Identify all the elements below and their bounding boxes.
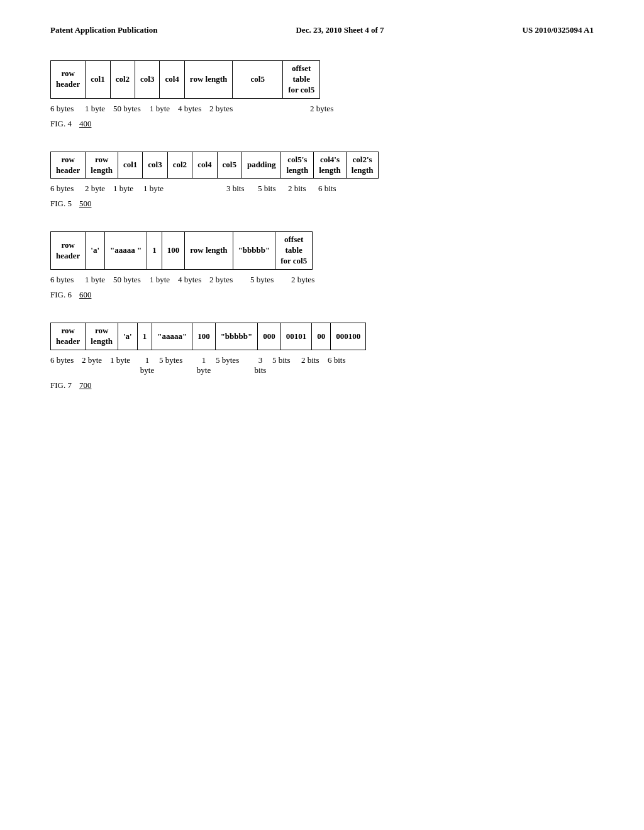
fig7-bytes-6: 5 bytes: [216, 355, 248, 365]
header-left: Patent Application Publication: [50, 25, 157, 35]
fig5-bytes-8: 5 bits: [258, 184, 288, 194]
fig4-col-col3: col3: [135, 61, 160, 99]
fig4-bytes-5: 2 bytes: [209, 104, 260, 114]
fig7-col-00101: 00101: [280, 323, 312, 350]
fig7-bytes-9: 2 bits: [301, 355, 328, 365]
fig6-section: rowheader 'a' "aaaaa " 1 100 row length …: [50, 231, 594, 300]
fig7-bytes-0: 6 bytes: [50, 355, 82, 365]
fig5-col-padding: padding: [242, 152, 281, 179]
fig7-col-row-header: rowheader: [51, 323, 86, 350]
fig6-col-bbbbb: "bbbbb": [233, 232, 275, 270]
fig4-section: rowheader col1 col2 col3 col4 row length…: [50, 60, 594, 129]
fig7-bytes-8: 5 bits: [272, 355, 301, 365]
fig6-col-1: 1: [147, 232, 162, 270]
fig5-bytes-3: 1 byte: [143, 184, 170, 194]
fig4-bytes-4: 4 bytes: [178, 104, 209, 114]
fig7-bytes-7: 3bits: [248, 355, 272, 375]
header-right: US 2010/0325094 A1: [523, 25, 594, 35]
fig5-bytes-2: 1 byte: [113, 184, 143, 194]
fig5-bytes-0: 6 bytes: [50, 184, 85, 194]
fig4-col-row-header: rowheader: [51, 61, 86, 99]
fig4-col-col2: col2: [110, 61, 135, 99]
fig4-col-row-length: row length: [184, 61, 232, 99]
fig7-section: rowheader rowlength 'a' 1 "aaaaa" 100 "b…: [50, 323, 594, 390]
fig7-col-row-length: rowlength: [86, 323, 118, 350]
fig5-col-row-header: rowheader: [51, 152, 86, 179]
fig5-col-col5: col5: [217, 152, 242, 179]
fig6-col-100: 100: [162, 232, 185, 270]
header-center: Dec. 23, 2010 Sheet 4 of 7: [296, 25, 384, 35]
fig7-bytes-2: 1 byte: [110, 355, 135, 365]
fig6-table: rowheader 'a' "aaaaa " 1 100 row length …: [50, 231, 313, 270]
fig5-col-row-length: rowlength: [86, 152, 118, 179]
fig5-col-col2s-length: col2'slength: [346, 152, 379, 179]
fig6-bytes-5: 2 bytes: [209, 275, 250, 285]
fig7-col-000: 000: [258, 323, 281, 350]
fig6-col-row-header: rowheader: [51, 232, 86, 270]
fig4-col-col1: col1: [86, 61, 110, 99]
fig5-col-col1: col1: [118, 152, 142, 179]
fig6-bytes-6: 5 bytes: [250, 275, 291, 285]
fig6-label: FIG. 6 600: [50, 290, 594, 300]
fig4-col-col4: col4: [160, 61, 184, 99]
fig4-col-offset: offsettablefor col5: [283, 61, 320, 99]
fig7-col-aaaaa: "aaaaa": [152, 323, 192, 350]
fig7-label: FIG. 7 700: [50, 380, 594, 390]
fig6-bytes-7: 2 bytes: [291, 275, 323, 285]
fig6-bytes-1: 1 byte: [85, 275, 113, 285]
fig7-col-1: 1: [137, 323, 152, 350]
fig4-table: rowheader col1 col2 col3 col4 row length…: [50, 60, 320, 99]
fig6-col-aaaaa: "aaaaa ": [105, 232, 147, 270]
fig7-bytes-4: 5 bytes: [159, 355, 192, 365]
fig7-bytes-3: 1byte: [135, 355, 159, 375]
fig7-bytes-10: 6 bits: [328, 355, 357, 365]
fig4-bytes-0: 6 bytes: [50, 104, 85, 114]
fig5-col-col4: col4: [192, 152, 217, 179]
fig6-col-a: 'a': [86, 232, 105, 270]
fig5-section: rowheader rowlength col1 col3 col2 col4 …: [50, 152, 594, 209]
fig5-bytes-7: 3 bits: [226, 184, 258, 194]
fig5-label: FIG. 5 500: [50, 199, 594, 209]
fig4-col-col5: col5: [233, 61, 283, 99]
fig6-bytes-4: 4 bytes: [178, 275, 209, 285]
fig4-bytes-7: 2 bytes: [310, 104, 341, 114]
fig4-bytes-1: 1 byte: [85, 104, 113, 114]
fig4-label: FIG. 4 400: [50, 119, 594, 129]
fig5-col-col5s-length: col5'slength: [281, 152, 314, 179]
fig7-col-100: 100: [192, 323, 216, 350]
fig7-col-00: 00: [312, 323, 331, 350]
fig6-bytes-2: 50 bytes: [113, 275, 150, 285]
fig6-col-row-length: row length: [185, 232, 233, 270]
fig7-col-000100: 000100: [331, 323, 366, 350]
fig4-bytes-2: 50 bytes: [113, 104, 150, 114]
fig6-bytes-3: 1 byte: [150, 275, 178, 285]
fig5-col-col2: col2: [167, 152, 192, 179]
page: Patent Application Publication Dec. 23, …: [0, 0, 644, 830]
fig5-table: rowheader rowlength col1 col3 col2 col4 …: [50, 152, 379, 179]
fig4-bytes-3: 1 byte: [150, 104, 178, 114]
fig5-bytes-9: 2 bits: [288, 184, 318, 194]
fig7-col-bbbbb: "bbbbb": [215, 323, 258, 350]
fig7-col-a: 'a': [118, 323, 137, 350]
fig7-bytes-1: 2 byte: [82, 355, 110, 365]
fig5-col-col4s-length: col4'slength: [314, 152, 347, 179]
fig6-bytes-0: 6 bytes: [50, 275, 85, 285]
fig6-col-offset: offsettablefor col5: [275, 232, 313, 270]
fig7-bytes-5: 1byte: [192, 355, 216, 375]
fig5-bytes-1: 2 byte: [85, 184, 113, 194]
fig7-table: rowheader rowlength 'a' 1 "aaaaa" 100 "b…: [50, 323, 366, 350]
page-header: Patent Application Publication Dec. 23, …: [50, 25, 594, 35]
fig5-bytes-10: 6 bits: [318, 184, 348, 194]
fig5-col-col3: col3: [143, 152, 167, 179]
